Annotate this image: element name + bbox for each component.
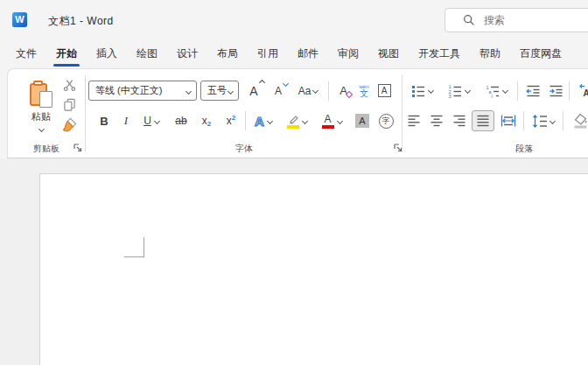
grow-font-button[interactable]: A	[242, 81, 265, 101]
align-left-button[interactable]	[403, 110, 424, 131]
change-case-button[interactable]: Aa	[291, 81, 325, 101]
tab-references[interactable]: 引用	[248, 40, 288, 68]
document-page[interactable]	[39, 173, 588, 365]
bullets-icon	[411, 84, 425, 98]
group-separator	[402, 75, 402, 152]
decrease-indent-icon	[526, 84, 541, 98]
numbering-button[interactable]: 1 2 3	[442, 81, 475, 101]
scissors-icon	[63, 79, 76, 92]
character-shading-button[interactable]: A	[351, 110, 374, 131]
cut-button[interactable]	[59, 76, 80, 94]
align-right-icon	[452, 114, 466, 128]
superscript-button[interactable]: x 2	[220, 110, 242, 131]
ribbon-tab-row: 文件 开始 插入 绘图 设计 布局 引用 邮件 审阅 视图 开发工具 帮助 百度…	[0, 40, 588, 68]
font-group-label: 字体	[165, 143, 323, 155]
format-painter-brush-icon	[62, 117, 77, 132]
underline-button[interactable]: U	[137, 110, 165, 131]
paint-bucket-icon	[572, 113, 588, 129]
font-size-chevron-icon[interactable]	[228, 88, 234, 95]
italic-button[interactable]: I	[116, 110, 136, 131]
tab-file[interactable]: 文件	[6, 40, 46, 68]
toolbar-separator	[569, 81, 570, 101]
distribute-text-button[interactable]	[496, 110, 521, 131]
align-center-button[interactable]	[426, 110, 447, 131]
paragraph-group-label: 段落	[445, 143, 588, 155]
bullets-button[interactable]	[405, 81, 438, 101]
tab-baidu-netdisk[interactable]: 百度网盘	[510, 40, 571, 68]
numbering-chevron-icon[interactable]	[464, 88, 470, 94]
word-window: W 文档1 - Word 文件 开始 插入 绘图 设计 布局 引用 邮件 审阅 …	[0, 0, 588, 365]
font-color-chevron-icon[interactable]	[336, 117, 342, 123]
paste-dropdown-chevron-icon[interactable]	[38, 125, 44, 131]
format-painter-button[interactable]	[59, 115, 80, 134]
group-separator	[85, 75, 86, 152]
tab-review[interactable]: 审阅	[328, 40, 368, 68]
clipboard-group-label: 剪贴板	[20, 143, 73, 155]
paste-button[interactable]: 粘贴	[18, 74, 64, 137]
change-case-chevron-icon	[312, 88, 318, 94]
highlighter-pen-icon	[287, 114, 299, 124]
multilevel-chevron-icon[interactable]	[501, 88, 508, 94]
grow-font-caret-icon	[259, 79, 265, 85]
search-input[interactable]	[484, 14, 588, 26]
align-right-button[interactable]	[449, 110, 470, 131]
paste-label: 粘贴	[32, 110, 51, 123]
titlebar: W 文档1 - Word	[0, 0, 588, 40]
tab-layout[interactable]: 布局	[207, 40, 248, 68]
clear-formatting-button[interactable]: A	[332, 81, 354, 101]
svg-text:3: 3	[448, 94, 451, 98]
line-spacing-icon	[532, 114, 548, 129]
highlight-chevron-icon[interactable]	[301, 117, 307, 123]
strikethrough-button[interactable]: ab	[169, 110, 193, 131]
phonetic-guide-button[interactable]: wén 文	[355, 81, 373, 101]
bullets-chevron-icon[interactable]	[427, 88, 433, 94]
tab-home[interactable]: 开始	[46, 40, 87, 68]
font-name-chevron-icon[interactable]	[186, 88, 192, 95]
shrink-font-button[interactable]: A	[267, 81, 290, 101]
line-spacing-chevron-icon[interactable]	[550, 117, 556, 123]
character-border-button[interactable]: A	[374, 81, 394, 101]
tab-draw[interactable]: 绘图	[127, 40, 167, 68]
justify-icon	[476, 114, 490, 128]
tab-insert[interactable]: 插入	[87, 40, 127, 68]
justify-button[interactable]	[472, 110, 494, 131]
tab-view[interactable]: 视图	[368, 40, 409, 68]
highlight-color-swatch	[287, 125, 299, 129]
search-box[interactable]	[444, 8, 588, 32]
asian-layout-button[interactable]: A	[574, 81, 588, 101]
text-effects-chevron-icon[interactable]	[267, 117, 273, 123]
font-name-combobox[interactable]: 等线 (中文正文)	[88, 81, 197, 101]
tab-help[interactable]: 帮助	[470, 40, 510, 68]
increase-indent-button[interactable]	[545, 81, 566, 101]
line-spacing-button[interactable]	[528, 110, 559, 131]
underline-chevron-icon[interactable]	[154, 117, 160, 123]
copy-button[interactable]	[59, 95, 80, 113]
multilevel-list-button[interactable]: 1 a i	[479, 81, 514, 101]
paste-clipboard-icon	[30, 81, 52, 108]
tab-design[interactable]: 设计	[167, 40, 207, 68]
tab-mailings[interactable]: 邮件	[288, 40, 328, 68]
toolbar-separator	[563, 111, 564, 130]
decrease-indent-button[interactable]	[522, 81, 543, 101]
clipboard-dialog-launcher[interactable]	[73, 143, 83, 153]
shading-button[interactable]	[568, 110, 588, 131]
window-title: 文档1 - Word	[48, 14, 114, 29]
copy-icon	[63, 98, 76, 111]
document-area	[0, 158, 588, 365]
align-left-icon	[407, 114, 421, 128]
toolbar-separator	[517, 81, 518, 101]
toolbar-separator	[245, 111, 246, 130]
tab-developer[interactable]: 开发工具	[409, 40, 470, 68]
text-highlight-color-button[interactable]	[281, 110, 312, 131]
distribute-text-icon	[500, 114, 516, 128]
search-icon	[463, 14, 475, 26]
text-effects-button[interactable]: A	[249, 110, 277, 131]
bold-button[interactable]: B	[94, 110, 115, 131]
font-color-swatch	[322, 125, 334, 129]
enclose-characters-button[interactable]: 字	[375, 110, 396, 131]
subscript-button[interactable]: x 2	[195, 110, 218, 131]
toolbar-separator	[523, 111, 524, 130]
font-color-button[interactable]: A	[316, 110, 347, 131]
numbering-icon: 1 2 3	[448, 84, 462, 98]
font-size-combobox[interactable]: 五号	[200, 81, 239, 101]
